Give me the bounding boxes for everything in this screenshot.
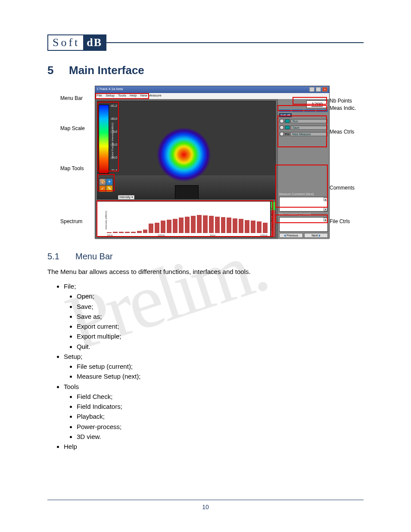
brand-logo: Soft dB — [47, 34, 106, 51]
callout-spectrum: Spectrum — [60, 218, 82, 224]
list-item: Export multiple; — [77, 331, 364, 341]
logo-left: Soft — [48, 35, 83, 50]
arrow-right-icon — [319, 234, 321, 237]
list-item: Playback; — [77, 411, 364, 421]
pencil-icon[interactable]: ✎ — [106, 185, 113, 192]
newmeasure-button[interactable]: FnNew Measure — [279, 131, 328, 137]
list-item: Measure Setup (next); — [77, 371, 364, 381]
scroll-up-icon[interactable]: ▴ — [324, 218, 327, 221]
spectrum-xaxis: 10Hz 100Hz 1kHz 10kHz — [107, 234, 268, 236]
list-item: Export current; — [77, 321, 364, 331]
logo-right: dB — [83, 35, 106, 50]
map-view[interactable]: Global Positive Intensity (dB(A)) -81,2 … — [97, 101, 276, 199]
header-rule — [106, 42, 364, 43]
scale-axis-label: Global Positive Intensity (dB(A)) — [111, 122, 114, 159]
list-item: Open; — [77, 291, 364, 301]
list-item: Power-process; — [77, 422, 364, 432]
check-icon[interactable]: ✓ — [99, 185, 106, 192]
list-item: File; Open; Save; Save as; Export curren… — [64, 281, 364, 352]
menu-description-list: File; Open; Save; Save as; Export curren… — [64, 281, 364, 451]
map-scale: Global Positive Intensity (dB(A)) -81,2 … — [99, 105, 109, 174]
menu-tools[interactable]: Tools — [118, 93, 126, 97]
page-number: 10 — [47, 504, 364, 510]
run-button[interactable]: Run — [279, 118, 328, 124]
menu-help[interactable]: Help — [130, 93, 137, 97]
menu-file[interactable]: File — [97, 93, 102, 97]
file-nav: Previous Next — [279, 233, 328, 238]
scroll-down-icon[interactable]: ▾ — [324, 207, 327, 211]
callout-measindic: Meas Indic. — [330, 105, 356, 111]
list-item: 3D view. — [77, 432, 364, 442]
menu-bar[interactable]: File Setup Tools Help New Measure — [95, 93, 329, 99]
file-comment-label: File Comment (Current) — [279, 213, 328, 216]
list-item: Help — [64, 442, 364, 451]
list-item: Tools Field Check; Field Indicators; Pla… — [64, 382, 364, 442]
global-bar: Global 78,5 dB(A) P — [271, 201, 276, 237]
minimize-icon[interactable]: _ — [309, 87, 314, 92]
file-comment-box[interactable]: ▴ — [279, 217, 328, 232]
side-panel: 1280 Soft dB Run Save FnNew Measure Meas… — [277, 99, 329, 239]
window-titlebar: I-Track 4.1a beta _ □ × — [95, 86, 329, 93]
spectrum-chart[interactable]: Intensity ▾ Intensity (dB(A)) 10Hz 100Hz… — [97, 201, 271, 237]
page-footer: 10 — [47, 500, 364, 510]
save-button[interactable]: Save — [279, 125, 328, 130]
annotated-screenshot: Menu Bar Map Scale Map Tools Spectrum Nb… — [60, 86, 336, 241]
main-view: Global Positive Intensity (dB(A)) -81,2 … — [95, 99, 277, 239]
list-item: Field Indicators; — [77, 401, 364, 411]
window-buttons: _ □ × — [309, 87, 327, 92]
callout-maptools: Map Tools — [60, 165, 84, 171]
map-tools[interactable]: 🎨 + ✓ ✎ — [99, 178, 113, 193]
palette-icon[interactable]: 🎨 — [99, 178, 106, 185]
list-item: Save; — [77, 302, 364, 311]
plus-icon[interactable]: + — [106, 178, 113, 185]
list-item: Save as; — [77, 311, 364, 321]
save-icon — [285, 126, 290, 129]
app-window: I-Track 4.1a beta _ □ × File Setup Tools… — [95, 86, 330, 239]
window-title: I-Track 4.1a beta — [97, 87, 123, 92]
callout-comments: Comments — [330, 185, 355, 191]
paragraph: The Menu bar allows access to different … — [47, 268, 364, 275]
callout-filectrls: File Ctrls — [330, 218, 350, 224]
nb-points-value: 1280 — [306, 100, 328, 108]
footer-rule — [47, 500, 364, 500]
previous-button[interactable]: Previous — [279, 233, 303, 238]
menu-newmeasure[interactable]: New Measure — [140, 93, 162, 97]
meas-comment-box[interactable]: ▴▾ — [279, 197, 328, 212]
spectrum-selector[interactable]: Intensity ▾ — [118, 195, 134, 199]
maximize-icon[interactable]: □ — [316, 87, 321, 92]
list-item: Quit. — [77, 342, 364, 352]
close-icon[interactable]: × — [322, 87, 327, 92]
spectrum-bars — [107, 207, 268, 233]
list-item: Field Check; — [77, 392, 364, 401]
workspace: Global Positive Intensity (dB(A)) -81,2 … — [95, 99, 329, 239]
callout-menubar: Menu Bar — [60, 95, 83, 101]
meas-indicator — [279, 109, 328, 112]
subsection-heading: 5.1Menu Bar — [47, 252, 364, 261]
callout-nbpoints: Nb Points — [330, 98, 352, 104]
callout-measctrls: Meas Ctrls — [330, 129, 354, 135]
list-item: Setup; File setup (current); Measure Set… — [64, 352, 364, 382]
run-icon — [285, 119, 290, 123]
scroll-up-icon[interactable]: ▴ — [324, 197, 327, 201]
arrow-left-icon — [284, 234, 286, 237]
next-button[interactable]: Next — [304, 233, 328, 238]
side-brand: Soft dB — [279, 113, 292, 117]
intensity-heatmap — [140, 112, 231, 190]
meas-comment-label: Measure Comment (Next) — [279, 193, 328, 196]
section-heading: 5Main Interface — [47, 64, 364, 77]
header: Soft dB — [47, 34, 364, 51]
spectrum-panel: Intensity ▾ Intensity (dB(A)) 10Hz 100Hz… — [97, 201, 276, 237]
menu-setup[interactable]: Setup — [106, 93, 115, 97]
callout-mapscale: Map Scale — [60, 125, 85, 131]
list-item: File setup (current); — [77, 361, 364, 371]
